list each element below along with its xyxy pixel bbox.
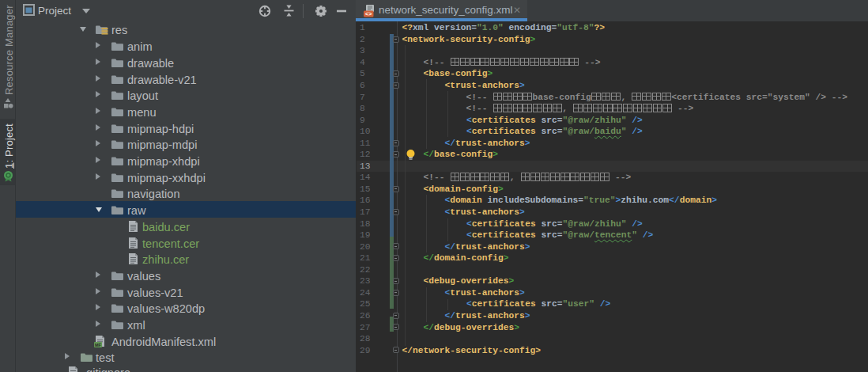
svg-text:<>: <> bbox=[365, 11, 372, 17]
svg-text:MF: MF bbox=[95, 342, 102, 347]
